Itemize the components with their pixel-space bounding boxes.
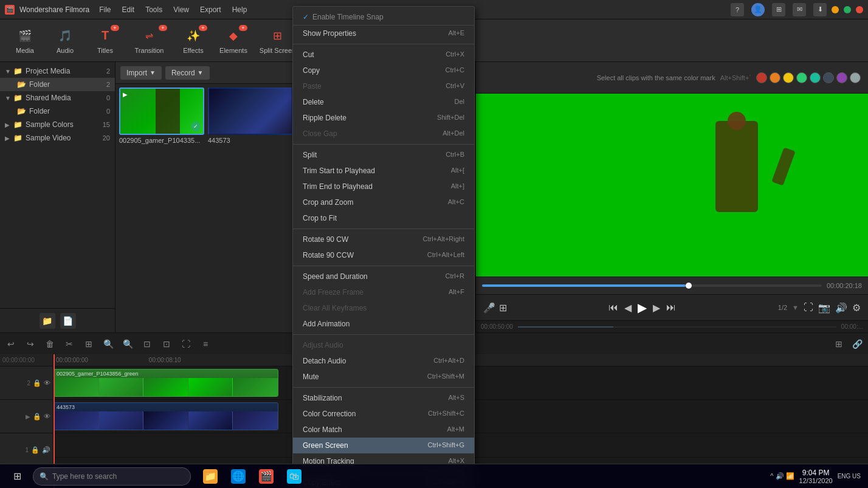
menu-export[interactable]: Export (195, 4, 226, 15)
redo-button[interactable]: ↪ (23, 337, 38, 351)
media-item-2[interactable]: 443573 (208, 88, 293, 329)
ctx-color-correction[interactable]: Color Correction Ctrl+Shift+C (293, 406, 474, 422)
snap-button[interactable]: ⊞ (832, 337, 846, 351)
swatch-green[interactable] (796, 72, 807, 83)
ctx-speed-duration[interactable]: Speed and Duration Ctrl+R (293, 269, 474, 284)
swatch-dark[interactable] (823, 72, 834, 83)
mail-icon[interactable]: ✉ (793, 3, 806, 16)
clip-green-screen[interactable]: 002905_gamer_P1043856_green (53, 369, 278, 397)
cut-button[interactable]: ✂ (62, 337, 77, 351)
download-icon[interactable]: ⬇ (813, 3, 827, 16)
maximize-button[interactable] (844, 6, 851, 13)
ctx-mute[interactable]: Mute Ctrl+Shift+M (293, 369, 474, 385)
preview-scrubber[interactable] (686, 283, 692, 289)
media-item-1[interactable]: ✓ ▶ 002905_gamer_P104335... (119, 88, 204, 329)
account-icon[interactable]: 👤 (751, 3, 765, 16)
sidebar-item-shared-media[interactable]: ▼ 📁 Shared Media 0 (0, 91, 115, 105)
toolbar-effects[interactable]: ✨ + Effects (174, 22, 212, 59)
sidebar-item-shared-folder[interactable]: 📂 Folder 0 (0, 105, 115, 118)
prev-frame-button[interactable]: ◀ (624, 302, 632, 314)
ctx-add-animation[interactable]: Add Animation (293, 316, 474, 332)
track-1-audio[interactable]: 🔊 (42, 446, 50, 454)
skip-forward-button[interactable]: ⏭ (666, 302, 676, 313)
ctx-stabilization[interactable]: Stabilization Alt+S (293, 390, 474, 406)
sidebar-item-sample-colors[interactable]: ▶ 📁 Sample Colors 15 (0, 118, 115, 131)
ctx-ripple-delete[interactable]: Ripple Delete Shift+Del (293, 110, 474, 126)
ctx-color-match[interactable]: Color Match Alt+M (293, 422, 474, 438)
ctx-copy[interactable]: Copy Ctrl+C (293, 63, 474, 78)
settings-timeline-button[interactable]: ≡ (198, 337, 213, 351)
ctx-trim-end[interactable]: Trim End to Playhead Alt+] (293, 179, 474, 194)
preview-progress-track[interactable] (482, 284, 822, 287)
fit-button[interactable]: ⊡ (159, 337, 174, 351)
ctx-crop-zoom[interactable]: Crop and Zoom Alt+C (293, 194, 474, 210)
track-city-lock[interactable]: 🔒 (33, 413, 41, 421)
menu-tools[interactable]: Tools (140, 4, 167, 15)
crop-button[interactable]: ⊞ (81, 337, 96, 351)
sidebar-item-folder[interactable]: 📂 Folder 2 (0, 78, 115, 91)
track-city-eye[interactable]: 👁 (44, 413, 50, 420)
swatch-teal[interactable] (810, 72, 821, 83)
ctx-split[interactable]: Split Ctrl+B (293, 147, 474, 163)
menu-edit[interactable]: Edit (117, 4, 140, 15)
play-button[interactable]: ▶ (638, 300, 647, 315)
toolbar-elements[interactable]: ◆ + Elements (215, 22, 252, 59)
link-button[interactable]: 🔗 (850, 337, 864, 351)
import-button[interactable]: Import ▼ (120, 66, 162, 80)
taskbar-app-edge[interactable]: 🌐 (225, 464, 252, 489)
settings-button[interactable]: ⚙ (852, 302, 861, 314)
add-file-button[interactable]: 📄 (60, 313, 76, 329)
track-1-lock[interactable]: 🔒 (31, 446, 40, 454)
toolbar-media[interactable]: 🎬 Media (6, 22, 44, 59)
layout-icon[interactable]: ⊞ (772, 3, 785, 16)
taskbar-app-explorer[interactable]: 📁 (197, 464, 224, 489)
swatch-purple[interactable] (836, 72, 847, 83)
menu-file[interactable]: File (94, 4, 115, 15)
swatch-gray[interactable] (850, 72, 861, 83)
taskbar-search[interactable]: 🔍 Type here to search (33, 467, 191, 486)
start-button[interactable]: ⊞ (2, 464, 32, 489)
ctx-crop-fit[interactable]: Crop to Fit (293, 210, 474, 226)
delete-clip-button[interactable]: 🗑 (43, 337, 57, 351)
sidebar-item-sample-video[interactable]: ▶ 📁 Sample Video 20 (0, 131, 115, 145)
volume-button[interactable]: 🔊 (835, 302, 847, 314)
swatch-yellow[interactable] (783, 72, 794, 83)
ctx-delete[interactable]: Delete Del (293, 94, 474, 110)
snap-to-timeline-button[interactable]: ⊞ (499, 302, 507, 314)
zoom-in-button[interactable]: 🔍 (101, 337, 115, 351)
screenshot-button[interactable]: 📷 (818, 302, 830, 314)
record-button[interactable]: Record ▼ (165, 66, 210, 80)
swatch-red[interactable] (756, 72, 767, 83)
skip-back-button[interactable]: ⏮ (608, 302, 618, 313)
ctx-rotate-cw[interactable]: Rotate 90 CW Ctrl+Alt+Right (293, 232, 474, 247)
ctx-detach-audio[interactable]: Detach Audio Ctrl+Alt+D (293, 353, 474, 369)
sidebar-item-project-media[interactable]: ▼ 📁 Project Media 2 (0, 64, 115, 78)
help-icon[interactable]: ? (731, 3, 744, 16)
close-button[interactable] (856, 6, 863, 13)
menu-view[interactable]: View (168, 4, 194, 15)
ctx-cut[interactable]: Cut Ctrl+X (293, 47, 474, 63)
record-voice-button[interactable]: 🎤 (483, 302, 495, 314)
ctx-trim-start[interactable]: Trim Start to Playhead Alt+[ (293, 163, 474, 179)
ctx-green-screen[interactable]: Green Screen Ctrl+Shift+G (293, 438, 474, 453)
ctx-show-properties[interactable]: Show Properties Alt+E (293, 26, 474, 41)
zoom-out-button[interactable]: 🔍 (120, 337, 135, 351)
toolbar-audio[interactable]: 🎵 Audio (46, 22, 84, 59)
minimize-button[interactable] (832, 6, 839, 13)
undo-button[interactable]: ↩ (4, 337, 18, 351)
swatch-orange[interactable] (770, 72, 780, 83)
track-2-eye[interactable]: 👁 (44, 379, 50, 387)
ctx-rotate-ccw[interactable]: Rotate 90 CCW Ctrl+Alt+Left (293, 247, 474, 263)
split-button[interactable]: ⊡ (140, 337, 154, 351)
toolbar-titles[interactable]: T + Titles (86, 22, 124, 59)
track-2-lock[interactable]: 🔒 (33, 379, 41, 387)
taskbar-app-store[interactable]: 🛍 (281, 464, 308, 489)
add-folder-button[interactable]: 📁 (40, 313, 55, 329)
fullscreen-timeline-button[interactable]: ⛶ (179, 337, 193, 351)
menu-help[interactable]: Help (227, 4, 252, 15)
toolbar-transition[interactable]: ⇌ + Transition (126, 22, 172, 59)
taskbar-app-filmora[interactable]: 🎬 (253, 464, 280, 489)
clip-city[interactable]: 443573 (53, 402, 278, 430)
next-frame-button[interactable]: ▶ (653, 302, 660, 314)
fullscreen-button[interactable]: ⛶ (804, 302, 813, 313)
